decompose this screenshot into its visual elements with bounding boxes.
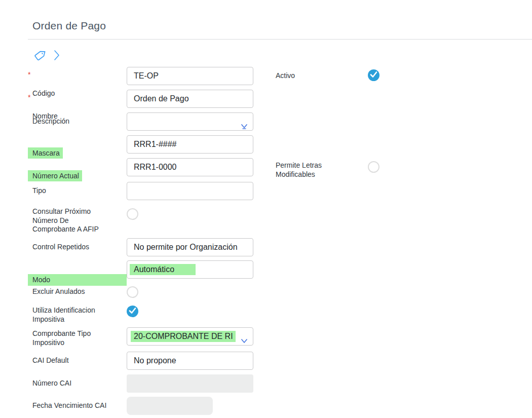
cai-default-label: CAI Default — [28, 352, 125, 365]
permite-letras-toggle[interactable] — [368, 161, 379, 173]
numero-cai-label: Número CAI — [28, 374, 125, 388]
chevron-down-icon[interactable] — [240, 119, 248, 136]
required-asterisk: * — [28, 93, 30, 102]
mascara-label: Mascara — [28, 135, 125, 158]
fecha-vencimiento-cai-label: Fecha Vencimiento CAI — [28, 397, 125, 410]
modo-input[interactable]: Automático — [127, 260, 253, 279]
chevron-right-icon[interactable] — [53, 49, 60, 61]
cai-default-input[interactable]: No propone — [127, 352, 253, 370]
numero-actual-label: Número Actual — [28, 158, 125, 180]
excluir-anulados-label: Excluir Anulados — [28, 284, 125, 296]
utiliza-identificacion-toggle[interactable] — [127, 306, 138, 317]
excluir-anulados-toggle[interactable] — [127, 286, 138, 298]
comprobante-tipo-dropdown[interactable]: 20-COMPROBANTE DE RI — [127, 327, 253, 346]
check-icon — [129, 307, 136, 316]
tipo-input[interactable] — [127, 182, 253, 200]
required-asterisk: * — [28, 70, 30, 80]
check-icon — [370, 71, 377, 80]
consultar-proximo-label: Consultar Próximo Número De Comprobante … — [28, 205, 125, 234]
toolbar — [33, 49, 60, 62]
tipo-label: Tipo — [28, 182, 125, 196]
permite-letras-label: Permite Letras Modificables — [271, 158, 352, 179]
descripcion-label: Descripción — [28, 112, 125, 126]
page-title: Orden de Pago — [32, 20, 106, 32]
modo-label: Modo — [28, 260, 125, 286]
comprobante-tipo-label: Comprobante Tipo Impositivo — [28, 327, 125, 347]
mascara-input[interactable]: RRR1-#### — [127, 135, 253, 154]
nombre-input[interactable]: Orden de Pago — [127, 90, 253, 108]
control-repetidos-input[interactable]: No permite por Organización — [127, 238, 253, 256]
activo-label: Activo — [271, 67, 352, 81]
utiliza-identificacion-label: Utiliza Identificacion Impositiva — [28, 304, 125, 324]
numero-cai-input-disabled — [127, 374, 253, 393]
fecha-vencimiento-cai-input-disabled: / / — [127, 397, 213, 415]
tag-icon[interactable] — [33, 49, 46, 62]
title-divider — [28, 39, 532, 40]
numero-actual-input[interactable]: RRR1-0000 — [127, 158, 253, 176]
descripcion-dropdown[interactable] — [127, 112, 253, 131]
consultar-proximo-toggle[interactable] — [127, 208, 138, 220]
orden-de-pago-form-page: Orden de Pago * Código TE-OP * Nombre — [0, 0, 532, 418]
chevron-down-icon[interactable] — [240, 333, 248, 351]
control-repetidos-label: Control Repetidos — [28, 238, 125, 252]
activo-toggle[interactable] — [368, 69, 379, 81]
codigo-input[interactable]: TE-OP — [127, 67, 253, 85]
